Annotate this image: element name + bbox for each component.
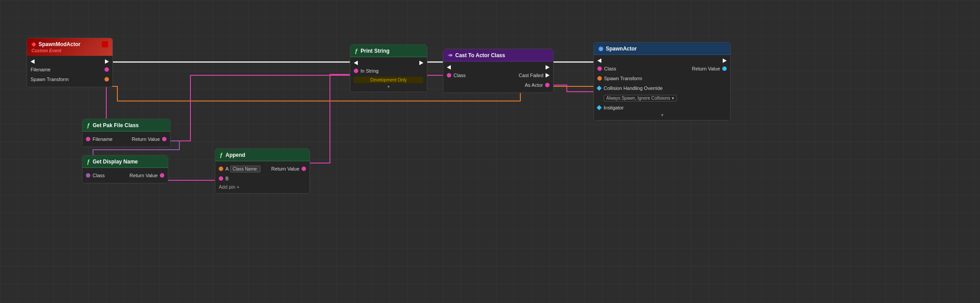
get-display-name-return-pin[interactable]	[160, 173, 164, 178]
blueprint-canvas[interactable]: ◆ SpawnModActor Custom Event Filename Sp…	[0, 0, 980, 303]
spawn-mod-actor-subtitle: Custom Event	[31, 48, 61, 53]
spawn-mod-actor-title: SpawnModActor	[39, 41, 81, 47]
spawn-transform-label: Spawn Transform	[604, 76, 642, 81]
print-in-string-label: In String	[360, 68, 379, 74]
cast-class-row: Class Cast Failed	[443, 70, 553, 80]
spawn-transform-pin[interactable]	[597, 76, 602, 81]
print-string-body: In String Development Only ▾	[350, 57, 427, 92]
cast-exec-out[interactable]	[546, 65, 550, 70]
append-a-badge: Class Name:	[230, 166, 260, 172]
node-spawn-actor[interactable]: ◉ SpawnActor Class Return Value	[593, 42, 731, 120]
filename-row: Filename	[27, 65, 112, 74]
get-display-name-icon: ƒ	[87, 158, 90, 165]
append-b-label: B	[225, 176, 229, 181]
append-b-pin[interactable]	[219, 176, 223, 181]
instigator-diamond-icon	[597, 105, 601, 110]
print-exec-out[interactable]	[419, 61, 423, 65]
collision-chevron: ▾	[672, 96, 674, 101]
get-pak-return-pin[interactable]	[162, 137, 167, 141]
spawn-exec-out[interactable]	[723, 58, 727, 63]
cast-exec-in[interactable]	[447, 65, 451, 70]
collision-diamond-icon	[597, 85, 601, 90]
cast-as-actor-label: As Actor	[525, 82, 543, 88]
get-pak-header: ƒ Get Pak File Class	[82, 119, 170, 132]
get-display-name-header: ƒ Get Display Name	[82, 155, 168, 168]
spawn-collision-label-row: Collision Handling Override	[594, 83, 730, 93]
append-header: ƒ Append	[215, 149, 310, 161]
print-string-exec-row	[350, 60, 427, 66]
get-pak-return-label: Return Value	[132, 136, 160, 142]
get-pak-filename-row: Filename Return Value	[82, 134, 170, 144]
get-display-name-class-pin[interactable]	[86, 173, 90, 178]
print-string-header: ƒ Print String	[350, 45, 427, 57]
spawn-instigator-row: Instigator	[594, 103, 730, 113]
append-b-row: B	[215, 174, 310, 183]
filename-label: Filename	[31, 67, 50, 72]
spawn-actor-return-label: Return Value	[692, 66, 720, 71]
spawn-mod-actor-icon: ◆	[31, 41, 36, 47]
append-body: A Class Name: Return Value B Add pin +	[215, 161, 310, 193]
print-string-title: Print String	[360, 48, 389, 54]
spawn-actor-header: ◉ SpawnActor	[594, 43, 730, 55]
node-cast-to-actor-class[interactable]: ↠ Cast To Actor Class Class Cast Failed	[443, 49, 554, 93]
get-display-name-title: Get Display Name	[93, 159, 138, 165]
filename-pin[interactable]	[105, 67, 109, 72]
node-get-pak-file-class[interactable]: ƒ Get Pak File Class Filename Return Val…	[82, 119, 170, 147]
spawn-transform-label: Spawn Transform	[31, 77, 69, 82]
node-append[interactable]: ƒ Append A Class Name: Return Value B	[215, 148, 310, 194]
append-return-label: Return Value	[271, 166, 299, 171]
get-display-name-body: Class Return Value	[82, 168, 168, 183]
print-string-expand[interactable]: ▾	[350, 84, 427, 89]
get-display-name-return-label: Return Value	[130, 173, 158, 178]
get-pak-body: Filename Return Value	[82, 132, 170, 147]
print-in-string-pin[interactable]	[354, 69, 358, 73]
get-display-name-class-row: Class Return Value	[82, 171, 168, 180]
spawn-exec-in[interactable]	[597, 58, 601, 63]
print-string-icon: ƒ	[355, 47, 358, 54]
get-pak-icon: ƒ	[87, 122, 90, 128]
spawn-actor-class-label: Class	[604, 66, 616, 71]
get-pak-title: Get Pak File Class	[93, 122, 139, 128]
print-exec-in[interactable]	[354, 61, 358, 65]
node-spawn-mod-actor[interactable]: ◆ SpawnModActor Custom Event Filename Sp…	[27, 38, 113, 87]
get-pak-filename-pin[interactable]	[86, 137, 90, 141]
exec-out-pin[interactable]	[105, 59, 109, 64]
cast-failed-label: Cast Failed	[519, 73, 543, 78]
spawn-actor-body: Class Return Value Spawn Transform Colli…	[594, 55, 730, 120]
cast-as-actor-pin[interactable]	[545, 83, 550, 87]
node-connections	[0, 0, 980, 303]
node-spawn-mod-actor-header: ◆ SpawnModActor Custom Event	[27, 38, 112, 56]
append-title: Append	[225, 152, 245, 158]
exec-in-pin[interactable]	[31, 59, 35, 64]
instigator-label: Instigator	[604, 105, 624, 110]
spawn-mod-actor-body: Filename Spawn Transform	[27, 56, 112, 87]
append-add-pin[interactable]: Add pin +	[215, 183, 310, 190]
spawn-actor-title: SpawnActor	[606, 46, 637, 52]
cast-class-pin[interactable]	[447, 73, 451, 78]
spawn-actor-class-pin[interactable]	[597, 66, 602, 71]
spawn-actor-return-pin[interactable]	[722, 66, 727, 71]
spawn-actor-icon: ◉	[598, 45, 603, 52]
append-return-pin[interactable]	[302, 167, 306, 171]
spawn-transform-row: Spawn Transform	[27, 74, 112, 84]
spawn-actor-class-row: Class Return Value	[594, 64, 730, 74]
development-only-badge: Development Only	[354, 77, 423, 83]
cast-failed-exec[interactable]	[546, 73, 550, 78]
get-display-name-class-label: Class	[93, 173, 105, 178]
append-a-pin[interactable]	[219, 167, 223, 171]
append-icon: ƒ	[220, 152, 223, 158]
cast-class-label: Class	[453, 73, 466, 78]
collision-dropdown[interactable]: Always Spawn, Ignore Collisions ▾	[604, 95, 677, 101]
spawn-actor-expand[interactable]: ▾	[594, 113, 730, 117]
cast-exec-row	[443, 64, 553, 70]
collision-value: Always Spawn, Ignore Collisions	[606, 96, 670, 101]
cast-body: Class Cast Failed As Actor	[443, 62, 553, 93]
spawn-actor-transform-row: Spawn Transform	[594, 74, 730, 83]
collision-label: Collision Handling Override	[604, 85, 662, 91]
node-get-display-name[interactable]: ƒ Get Display Name Class Return Value	[82, 155, 168, 183]
spawn-actor-exec-row	[594, 58, 730, 64]
spawn-transform-pin[interactable]	[105, 77, 109, 82]
node-print-string[interactable]: ƒ Print String In String Development Onl…	[350, 44, 427, 92]
spawn-collision-value-row: Always Spawn, Ignore Collisions ▾	[594, 93, 730, 103]
spawn-mod-actor-exec-row	[27, 58, 112, 65]
